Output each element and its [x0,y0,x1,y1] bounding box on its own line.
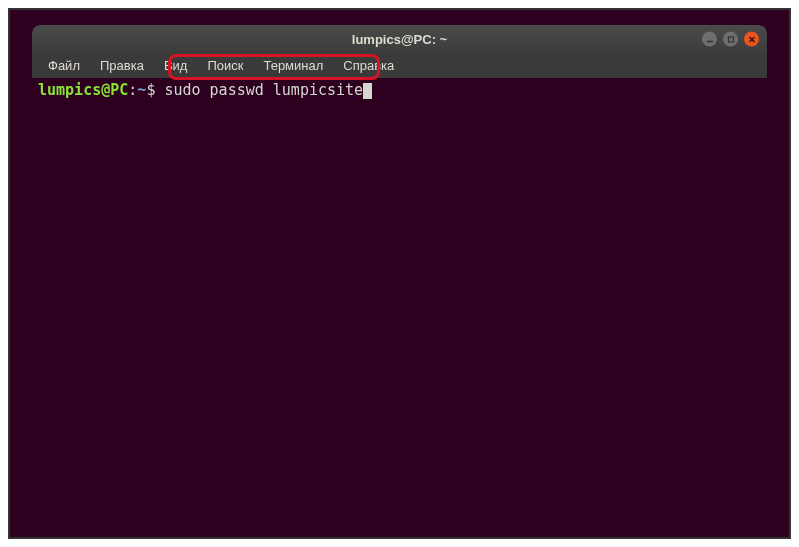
window-title: lumpics@PC: ~ [352,32,447,47]
menu-search[interactable]: Поиск [199,55,251,76]
terminal-line: lumpics@PC:~$ sudo passwd lumpicsite [38,81,761,99]
menu-help[interactable]: Справка [335,55,402,76]
menu-edit[interactable]: Правка [92,55,152,76]
cursor [363,83,372,99]
menubar: Файл Правка Вид Поиск Терминал Справка [32,53,767,78]
minimize-icon [706,35,714,43]
menu-file[interactable]: Файл [40,55,88,76]
terminal-window: lumpics@PC: ~ Файл Правка Вид Поиск Терм… [32,25,767,522]
maximize-icon [727,35,735,43]
titlebar[interactable]: lumpics@PC: ~ [32,25,767,53]
menu-view[interactable]: Вид [156,55,196,76]
maximize-button[interactable] [723,32,738,47]
minimize-button[interactable] [702,32,717,47]
command-value: sudo passwd lumpicsite [164,81,363,99]
menu-terminal[interactable]: Терминал [255,55,331,76]
prompt-colon: : [128,81,137,99]
close-button[interactable] [744,32,759,47]
prompt-user-host: lumpics@PC [38,81,128,99]
terminal-body[interactable]: lumpics@PC:~$ sudo passwd lumpicsite [32,78,767,522]
close-icon [748,35,756,43]
svg-rect-1 [728,37,733,42]
window-controls [702,32,759,47]
command-text: sudo passwd lumpicsite [155,81,363,99]
